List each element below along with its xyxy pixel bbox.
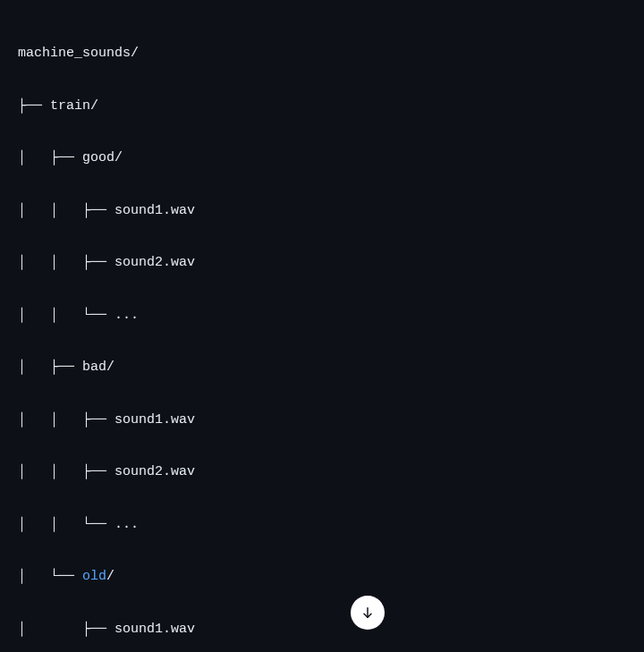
scroll-down-button[interactable] <box>351 596 385 630</box>
tree-file: │ ├── sound1.wav <box>18 616 626 642</box>
tree-file: │ │ ├── sound2.wav <box>18 459 626 485</box>
directory-tree: machine_sounds/ ├── train/ │ ├── good/ │… <box>18 14 626 652</box>
tree-file: │ │ ├── sound2.wav <box>18 250 626 275</box>
tree-dir-highlight: old <box>82 569 106 584</box>
tree-dir-train-good: │ ├── good/ <box>18 145 626 171</box>
tree-dir-train-bad: │ ├── bad/ <box>18 354 626 380</box>
tree-prefix: │ └── <box>18 569 82 584</box>
tree-root: machine_sounds/ <box>18 40 626 66</box>
tree-ellipsis: │ │ └── ... <box>18 512 626 538</box>
tree-slash: / <box>106 569 114 584</box>
tree-dir-train: ├── train/ <box>18 93 626 119</box>
arrow-down-icon <box>360 605 375 620</box>
tree-ellipsis: │ │ └── ... <box>18 302 626 328</box>
tree-file: │ │ ├── sound1.wav <box>18 198 626 224</box>
tree-file: │ │ ├── sound1.wav <box>18 407 626 433</box>
tree-dir-train-old: │ └── old/ <box>18 563 626 589</box>
